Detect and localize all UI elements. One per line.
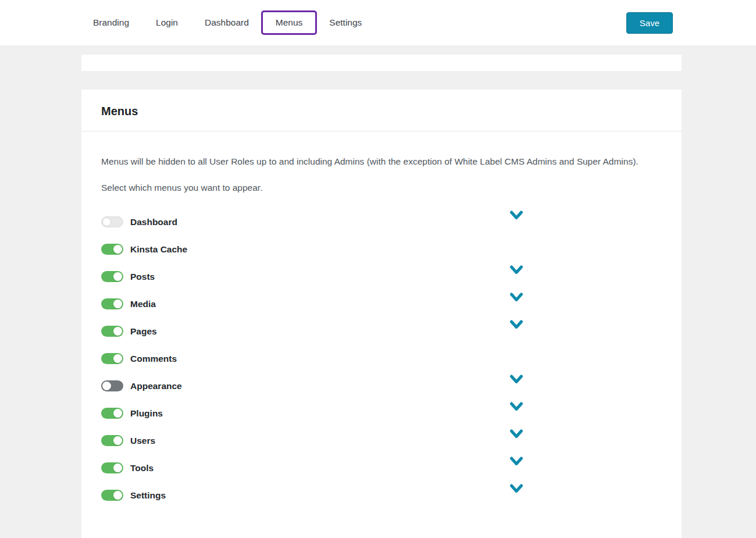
chevron-down-icon[interactable] bbox=[509, 457, 523, 466]
menu-label: Kinsta Cache bbox=[130, 244, 187, 255]
toggle-knob bbox=[113, 245, 122, 254]
menu-row: Users bbox=[101, 427, 523, 454]
menu-row: Kinsta Cache bbox=[101, 236, 523, 263]
menu-row: Tools bbox=[101, 454, 523, 482]
menu-label: Appearance bbox=[130, 381, 182, 391]
menu-row: Comments bbox=[101, 345, 523, 372]
toggle-knob bbox=[113, 491, 122, 500]
menu-row: Plugins bbox=[101, 400, 523, 427]
toggle-knob bbox=[113, 300, 122, 308]
tab-menus[interactable]: Menus bbox=[261, 10, 318, 35]
tab-dashboard[interactable]: Dashboard bbox=[205, 12, 249, 34]
tab-branding[interactable]: Branding bbox=[93, 12, 129, 34]
chevron-down-icon[interactable] bbox=[509, 293, 523, 302]
panel-title: Menus bbox=[101, 105, 662, 118]
toggle-knob bbox=[102, 218, 111, 226]
menu-row: Appearance bbox=[101, 372, 523, 400]
menus-description: Menus will be hidden to all User Roles u… bbox=[101, 155, 654, 169]
menu-label: Posts bbox=[130, 272, 155, 282]
toggle-comments[interactable] bbox=[101, 353, 123, 364]
toggle-knob bbox=[113, 327, 122, 336]
toggle-tools[interactable] bbox=[101, 462, 123, 473]
content-column: Menus Menus will be hidden to all User R… bbox=[81, 55, 682, 538]
tab-settings[interactable]: Settings bbox=[329, 12, 362, 34]
menus-subdescription: Select which menus you want to appear. bbox=[101, 183, 662, 193]
toggle-knob bbox=[113, 436, 122, 445]
panel-header: Menus bbox=[81, 90, 682, 131]
menu-label: Comments bbox=[130, 354, 177, 364]
toggle-posts[interactable] bbox=[101, 271, 123, 282]
toggle-knob bbox=[113, 409, 122, 418]
menu-label: Dashboard bbox=[130, 217, 177, 227]
menu-label: Users bbox=[130, 436, 155, 446]
menu-label: Settings bbox=[130, 490, 166, 501]
menu-label: Pages bbox=[130, 326, 157, 337]
chevron-down-icon[interactable] bbox=[509, 429, 523, 439]
toggle-settings[interactable] bbox=[101, 490, 123, 501]
chevron-down-icon[interactable] bbox=[509, 265, 523, 275]
previous-panel-bottom bbox=[81, 55, 682, 71]
toggle-knob bbox=[102, 382, 111, 390]
toggle-users[interactable] bbox=[101, 435, 123, 446]
menu-label: Tools bbox=[130, 463, 154, 473]
menu-label: Plugins bbox=[130, 408, 163, 419]
toggle-pages[interactable] bbox=[101, 326, 123, 337]
menu-row: Pages bbox=[101, 318, 523, 345]
menu-label: Media bbox=[130, 299, 156, 309]
chevron-down-icon[interactable] bbox=[509, 484, 523, 494]
toggle-appearance[interactable] bbox=[101, 380, 123, 391]
toggle-knob bbox=[113, 272, 122, 281]
menu-row: Settings bbox=[101, 482, 523, 509]
chevron-down-icon[interactable] bbox=[509, 211, 523, 220]
menu-list: Dashboard Kinsta Cache Posts Media bbox=[101, 208, 662, 509]
menu-row: Media bbox=[101, 290, 523, 318]
nav-tabs: Branding Login Dashboard Menus Settings bbox=[93, 10, 626, 35]
toggle-media[interactable] bbox=[101, 298, 123, 309]
menu-row: Dashboard bbox=[101, 208, 523, 236]
panel-body: Menus will be hidden to all User Roles u… bbox=[81, 131, 682, 526]
tab-login[interactable]: Login bbox=[156, 12, 178, 34]
chevron-down-icon[interactable] bbox=[509, 375, 523, 384]
menus-panel: Menus Menus will be hidden to all User R… bbox=[81, 90, 682, 538]
toggle-kinsta-cache[interactable] bbox=[101, 244, 123, 255]
toggle-dashboard[interactable] bbox=[101, 216, 123, 227]
top-navigation: Branding Login Dashboard Menus Settings … bbox=[0, 0, 756, 45]
toggle-plugins[interactable] bbox=[101, 408, 123, 419]
chevron-down-icon[interactable] bbox=[509, 402, 523, 412]
toggle-knob bbox=[113, 354, 122, 363]
menu-row: Posts bbox=[101, 263, 523, 290]
chevron-down-icon[interactable] bbox=[509, 320, 523, 330]
save-button[interactable]: Save bbox=[626, 12, 673, 34]
toggle-knob bbox=[113, 464, 122, 472]
